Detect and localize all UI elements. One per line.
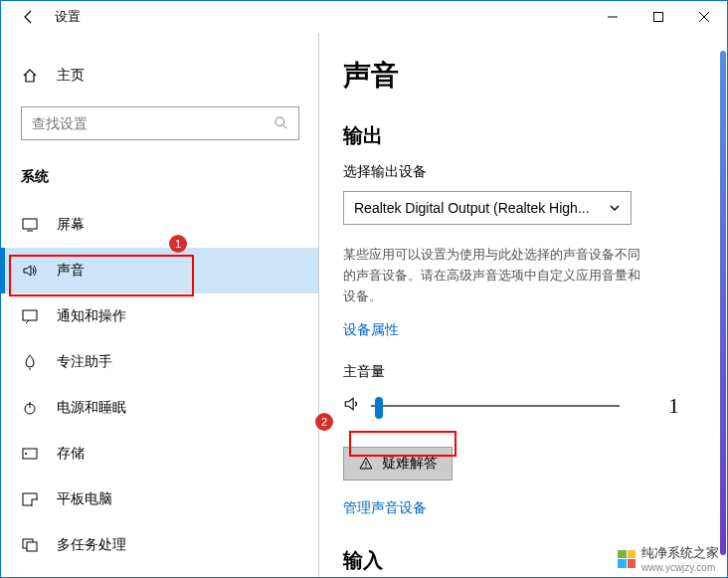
titlebar: 设置 <box>1 1 727 33</box>
home-link[interactable]: 主页 <box>1 57 318 95</box>
page-title: 声音 <box>343 57 695 95</box>
device-properties-link[interactable]: 设备属性 <box>343 321 399 339</box>
nav-item-tablet[interactable]: 平板电脑 <box>1 477 318 522</box>
nav-label: 声音 <box>57 262 85 280</box>
svg-rect-16 <box>27 542 37 551</box>
minimize-button[interactable] <box>590 1 636 33</box>
sound-icon <box>21 262 39 280</box>
svg-rect-1 <box>654 13 663 22</box>
manage-sound-devices-link[interactable]: 管理声音设备 <box>343 499 427 517</box>
svg-rect-14 <box>32 499 38 506</box>
multitask-icon <box>21 536 39 554</box>
nav-item-display[interactable]: 屏幕 <box>1 202 318 248</box>
nav-label: 通知和操作 <box>57 307 126 325</box>
watermark-url: www.ycwjzy.com <box>641 562 719 573</box>
power-icon <box>21 399 39 417</box>
watermark-name: 纯净系统之家 <box>641 544 719 562</box>
volume-slider[interactable] <box>371 405 620 407</box>
nav-label: 平板电脑 <box>57 490 112 508</box>
notifications-icon <box>21 307 39 325</box>
nav-item-focus[interactable]: 专注助手 <box>1 339 318 385</box>
decorative-strip <box>720 51 726 555</box>
back-button[interactable] <box>19 7 39 27</box>
category-title: 系统 <box>1 160 318 202</box>
annotation-badge-1: 1 <box>169 235 187 253</box>
home-label: 主页 <box>57 67 85 85</box>
volume-value: 1 <box>668 393 695 419</box>
svg-line-5 <box>283 125 287 129</box>
maximize-icon <box>653 12 663 22</box>
minimize-icon <box>608 12 618 22</box>
storage-icon <box>21 445 39 463</box>
nav-label: 存储 <box>57 445 85 463</box>
close-button[interactable] <box>681 1 727 33</box>
output-device-dropdown[interactable]: Realtek Digital Output (Realtek High... <box>343 191 632 225</box>
focus-icon <box>21 353 39 371</box>
annotation-badge-2: 2 <box>315 413 333 431</box>
home-icon <box>21 67 39 85</box>
nav-item-storage[interactable]: 存储 <box>1 431 318 477</box>
nav-item-multitask[interactable]: 多任务处理 <box>1 522 318 568</box>
nav-item-notifications[interactable]: 通知和操作 <box>1 293 318 339</box>
watermark-logo-icon <box>618 550 636 568</box>
output-description: 某些应用可以设置为使用与此处选择的声音设备不同的声音设备。请在高级声音选项中自定… <box>343 245 641 306</box>
svg-rect-8 <box>23 310 37 320</box>
nav-label: 专注助手 <box>57 353 112 371</box>
svg-point-12 <box>25 453 27 455</box>
window-title: 设置 <box>55 8 81 26</box>
warning-icon <box>358 456 374 472</box>
output-heading: 输出 <box>343 122 695 149</box>
search-icon <box>274 116 288 130</box>
watermark: 纯净系统之家 www.ycwjzy.com <box>618 544 719 573</box>
svg-point-18 <box>365 467 366 468</box>
chevron-down-icon <box>609 202 621 214</box>
search-box[interactable] <box>21 106 299 140</box>
nav-label: 电源和睡眠 <box>57 399 126 417</box>
troubleshoot-label: 疑难解答 <box>382 455 438 473</box>
search-input[interactable] <box>32 115 274 131</box>
speaker-icon[interactable] <box>343 395 361 417</box>
display-icon <box>21 216 39 234</box>
content-pane: 声音 输出 选择输出设备 Realtek Digital Output (Rea… <box>319 33 727 577</box>
svg-point-4 <box>275 117 284 126</box>
output-device-label: 选择输出设备 <box>343 163 695 181</box>
nav-label: 屏幕 <box>57 216 85 234</box>
close-icon <box>699 12 709 22</box>
master-volume-label: 主音量 <box>343 363 695 381</box>
tablet-icon <box>21 490 39 508</box>
nav-label: 多任务处理 <box>57 536 126 554</box>
nav-item-power[interactable]: 电源和睡眠 <box>1 385 318 431</box>
arrow-left-icon <box>21 9 37 25</box>
slider-thumb[interactable] <box>375 397 383 419</box>
svg-rect-6 <box>23 219 37 229</box>
troubleshoot-button[interactable]: 疑难解答 <box>343 447 453 481</box>
sidebar: 主页 系统 屏幕 声音 通知和操作 专注助手 电源和睡眠 存储 <box>1 33 319 577</box>
maximize-button[interactable] <box>636 1 681 33</box>
nav-item-sound[interactable]: 声音 <box>1 248 318 293</box>
dropdown-value: Realtek Digital Output (Realtek High... <box>354 200 609 216</box>
